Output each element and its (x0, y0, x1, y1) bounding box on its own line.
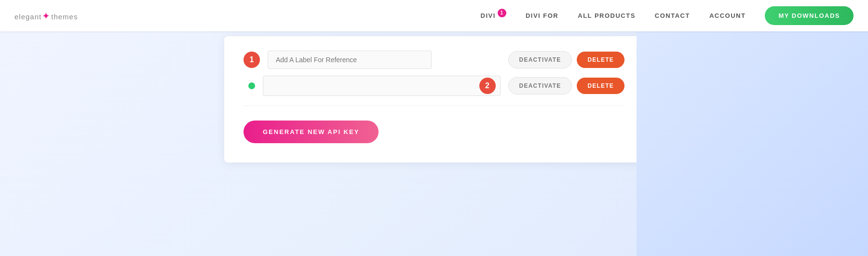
api-status-dot (248, 82, 255, 89)
row2-left: 2 (244, 76, 501, 96)
logo-text: elegant✦themes (14, 10, 78, 22)
api-row-2: 2 DEACTIVATE DELETE (244, 76, 624, 96)
nav-item-divi-for[interactable]: DIVI FOR (526, 12, 558, 19)
api-keys-panel: 1 DEACTIVATE DELETE 2 DEACTIVATE DELETE (224, 36, 644, 162)
generate-api-key-button[interactable]: GENERATE NEW API KEY (244, 121, 379, 143)
delete-button-2[interactable]: DELETE (577, 78, 624, 94)
step-badge-1: 1 (244, 52, 260, 68)
deactivate-button-1[interactable]: DEACTIVATE (508, 51, 572, 68)
api-row-1: 1 DEACTIVATE DELETE (244, 51, 624, 69)
row2-actions: DEACTIVATE DELETE (508, 77, 624, 94)
delete-button-1[interactable]: DELETE (577, 52, 624, 68)
api-key-input[interactable] (263, 76, 501, 96)
row1-left: 1 (244, 51, 508, 69)
header: elegant✦themes DIVI 1 DIVI FOR ALL PRODU… (0, 0, 868, 31)
logo-star: ✦ (42, 11, 51, 21)
divi-notification-badge: 1 (498, 9, 506, 17)
key-input-wrapper: 2 (263, 76, 501, 96)
nav-item-contact[interactable]: CONTACT (655, 12, 690, 19)
section-divider (244, 106, 624, 106)
logo: elegant✦themes (14, 10, 78, 22)
label-input[interactable] (268, 51, 432, 69)
generate-section: GENERATE NEW API KEY (244, 116, 624, 143)
main-nav: DIVI 1 DIVI FOR ALL PRODUCTS CONTACT ACC… (481, 6, 854, 25)
nav-item-all-products[interactable]: ALL PRODUCTS (578, 12, 636, 19)
right-background-panel (637, 31, 868, 256)
row1-actions: DEACTIVATE DELETE (508, 51, 624, 68)
nav-item-divi[interactable]: DIVI 1 (481, 12, 506, 20)
step-badge-2: 2 (479, 78, 496, 94)
nav-item-account[interactable]: ACCOUNT (709, 12, 746, 19)
my-downloads-button[interactable]: MY DOWNLOADS (765, 6, 854, 25)
deactivate-button-2[interactable]: DEACTIVATE (508, 77, 572, 94)
